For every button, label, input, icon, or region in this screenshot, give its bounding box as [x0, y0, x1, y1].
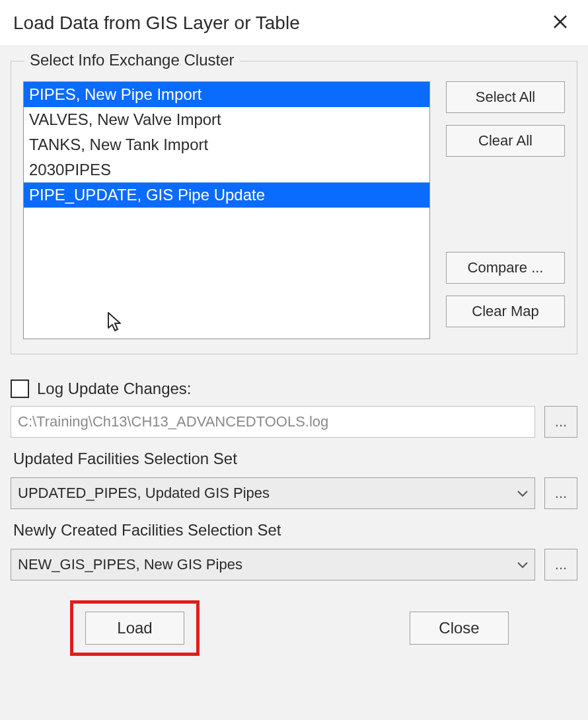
cluster-listbox[interactable]: PIPES, New Pipe ImportVALVES, New Valve … — [23, 81, 430, 339]
chevron-down-icon — [517, 487, 528, 500]
clear-map-button[interactable]: Clear Map — [446, 296, 565, 327]
close-button[interactable]: Close — [410, 612, 509, 645]
log-update-row: Log Update Changes: — [11, 380, 577, 398]
log-update-checkbox[interactable] — [11, 380, 29, 398]
updated-set-browse-button[interactable]: ... — [544, 477, 577, 509]
select-all-button[interactable]: Select All — [446, 81, 565, 113]
load-button[interactable]: Load — [85, 612, 184, 645]
cluster-legend: Select Info Exchange Cluster — [24, 51, 240, 69]
cluster-list-item[interactable]: VALVES, New Valve Import — [24, 107, 429, 132]
log-browse-button[interactable]: ... — [544, 406, 577, 438]
action-row: Load Close — [11, 600, 577, 661]
chevron-down-icon — [517, 558, 528, 572]
titlebar: Load Data from GIS Layer or Table — [0, 0, 588, 46]
updated-set-dropdown[interactable]: UPDATED_PIPES, Updated GIS Pipes — [11, 477, 535, 509]
cluster-side-buttons: Select All Clear All Compare ... Clear M… — [446, 81, 565, 339]
close-icon[interactable] — [546, 9, 575, 37]
cluster-list-item[interactable]: TANKS, New Tank Import — [24, 132, 429, 157]
cluster-list-item[interactable]: PIPE_UPDATE, GIS Pipe Update — [24, 182, 429, 208]
cluster-list-item[interactable]: PIPES, New Pipe Import — [24, 82, 429, 107]
updated-set-value: UPDATED_PIPES, Updated GIS Pipes — [18, 485, 270, 502]
new-set-value: NEW_GIS_PIPES, New GIS Pipes — [18, 556, 242, 573]
load-highlight: Load — [70, 600, 200, 656]
new-set-browse-button[interactable]: ... — [544, 549, 577, 580]
lower-panel: Log Update Changes: C:\Training\Ch13\CH1… — [0, 360, 588, 661]
updated-set-label: Updated Facilities Selection Set — [13, 450, 577, 468]
compare-button[interactable]: Compare ... — [446, 252, 565, 284]
new-set-label: Newly Created Facilities Selection Set — [13, 521, 577, 540]
cluster-groupbox: Select Info Exchange Cluster PIPES, New … — [11, 61, 577, 354]
load-data-dialog: Load Data from GIS Layer or Table Select… — [0, 0, 588, 720]
log-update-label: Log Update Changes: — [37, 380, 192, 398]
cluster-list-item[interactable]: 2030PIPES — [24, 157, 429, 182]
clear-all-button[interactable]: Clear All — [446, 125, 565, 157]
dialog-title: Load Data from GIS Layer or Table — [13, 13, 546, 34]
new-set-dropdown[interactable]: NEW_GIS_PIPES, New GIS Pipes — [11, 549, 535, 580]
log-path-input[interactable]: C:\Training\Ch13\CH13_ADVANCEDTOOLS.log — [11, 406, 535, 438]
